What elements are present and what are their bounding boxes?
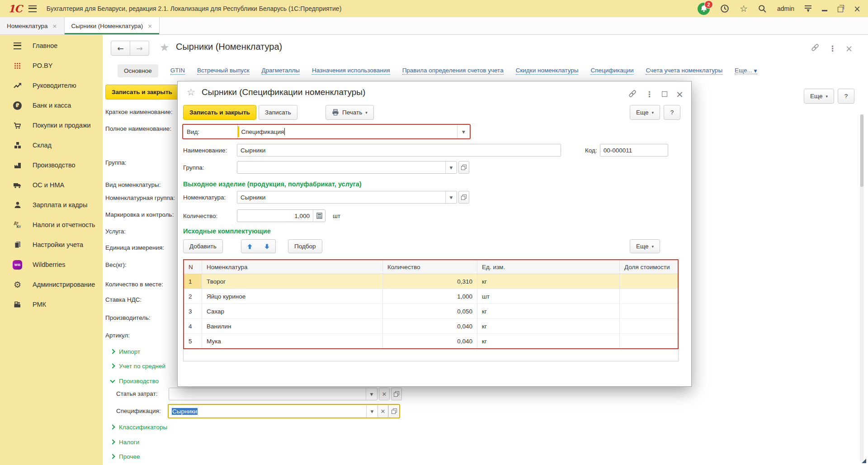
open-icon[interactable] xyxy=(388,405,399,418)
sidebar-item-os-nma[interactable]: ОС и НМА xyxy=(0,175,103,195)
get-link-icon[interactable] xyxy=(628,89,637,100)
col-n[interactable]: N xyxy=(184,260,202,274)
kind-field[interactable]: Вид: Спецификация ▾ xyxy=(182,124,471,139)
favorite-star-icon[interactable]: ☆ xyxy=(187,87,195,98)
expander-klassifikatory[interactable]: Классификаторы xyxy=(111,423,167,431)
more-actions-icon[interactable]: ⋮ xyxy=(646,90,653,99)
main-menu-icon[interactable] xyxy=(28,5,37,12)
nav-link-vstrechny-vypusk[interactable]: Встречный выпуск xyxy=(197,67,249,75)
nav-link-scheta-ucheta[interactable]: Счета учета номенклатуры xyxy=(646,67,722,75)
sidebar-item-administrirovanie[interactable]: ⚙ Администрирование xyxy=(0,275,103,294)
dialog-save-button[interactable]: Записать xyxy=(259,105,297,120)
nav-more-link[interactable]: Еще... ▼ xyxy=(735,67,757,74)
dropdown-icon[interactable]: ▾ xyxy=(445,161,457,173)
sidebar-item-sklad[interactable]: Склад xyxy=(0,135,103,155)
dialog-print-button[interactable]: Печать▾ xyxy=(326,105,374,120)
sidebar-item-poby[interactable]: PO.BY xyxy=(0,56,103,76)
pick-button[interactable]: Подбор xyxy=(288,239,322,253)
table-row[interactable]: 1 Творог 0,310 кг xyxy=(184,274,678,289)
back-button[interactable]: ← xyxy=(111,41,130,56)
expander-uchet-po-srednei[interactable]: Учет по средней xyxy=(111,362,165,370)
page-help-button[interactable]: ? xyxy=(838,89,854,104)
name-input[interactable]: Сырники xyxy=(237,144,561,157)
more-actions-icon[interactable]: ⋮ xyxy=(829,44,836,53)
tab-close-icon[interactable]: × xyxy=(147,23,152,29)
open-icon[interactable] xyxy=(458,191,469,204)
dropdown-icon[interactable]: ▾ xyxy=(445,191,457,203)
specification-input[interactable]: Сырники ▾ xyxy=(169,405,377,418)
history-icon[interactable] xyxy=(720,4,729,13)
dropdown-icon[interactable]: ▾ xyxy=(366,388,377,400)
favorites-star-icon[interactable]: ☆ xyxy=(740,3,748,14)
dialog-help-button[interactable]: ? xyxy=(664,105,680,120)
table-row[interactable]: 3 Сахар 0,050 кг xyxy=(184,304,678,319)
open-icon[interactable] xyxy=(458,161,469,174)
sidebar-item-proizvodstvo[interactable]: Производство xyxy=(0,155,103,175)
tab-close-icon[interactable]: × xyxy=(52,23,57,29)
calculator-icon[interactable] xyxy=(313,210,325,222)
vertical-scrollbar[interactable] xyxy=(860,114,864,461)
clear-icon[interactable]: ✕ xyxy=(377,405,388,418)
expander-proizvodstvo[interactable]: Производство xyxy=(111,377,159,385)
table-row[interactable]: 2 Яйцо куриное 1,000 шт xyxy=(184,289,678,304)
expander-nalogi[interactable]: Налоги xyxy=(111,438,139,446)
expander-import[interactable]: Импорт xyxy=(111,347,140,356)
nav-link-specifikacii[interactable]: Спецификации xyxy=(590,67,633,75)
components-table[interactable]: N Номенклатура Количество Ед. изм. Доля … xyxy=(183,259,679,361)
table-row[interactable]: 4 Ванилин 0,040 кг xyxy=(184,319,678,334)
close-dialog-icon[interactable]: × xyxy=(676,89,684,100)
code-input[interactable]: 00-000011 xyxy=(600,144,668,157)
sidebar-item-rukovoditelyu[interactable]: Руководителю xyxy=(0,76,103,95)
col-quantity[interactable]: Количество xyxy=(383,260,477,274)
dialog-save-close-button[interactable]: Записать и закрыть xyxy=(183,105,256,120)
resize-grip[interactable] xyxy=(862,459,866,463)
clear-icon[interactable]: ✕ xyxy=(379,388,390,400)
close-button[interactable]: × xyxy=(854,5,861,13)
save-close-button-background[interactable]: Записать и закрыть xyxy=(105,85,184,100)
sidebar-item-wildberries[interactable]: WB Wildberries xyxy=(0,255,103,275)
add-row-button[interactable]: Добавить xyxy=(183,239,223,253)
table-row[interactable]: 5 Мука 0,040 кг xyxy=(184,334,678,348)
close-form-icon[interactable]: × xyxy=(845,43,853,53)
scrollbar-thumb[interactable] xyxy=(860,114,863,187)
forward-button[interactable]: → xyxy=(130,41,149,56)
nomenclature-input[interactable]: Сырники▾ xyxy=(237,191,457,204)
tab-syrniki[interactable]: Сырники (Номенклатура) × xyxy=(65,17,160,34)
expander-prochee[interactable]: Прочее xyxy=(111,452,140,460)
favorite-star-icon[interactable]: ★ xyxy=(160,41,170,54)
sidebar-item-nalogi[interactable]: ДтКт Налоги и отчетность xyxy=(0,215,103,235)
service-menu-icon[interactable]: ▼ xyxy=(805,5,811,12)
notifications-bell-icon[interactable]: 2 xyxy=(698,3,710,15)
nav-link-gtin[interactable]: GTIN xyxy=(170,67,185,75)
nav-link-pravila-schetov[interactable]: Правила определения счетов учета xyxy=(402,67,504,75)
nav-link-skidki[interactable]: Скидки номенклатуры xyxy=(516,67,579,75)
open-icon[interactable] xyxy=(391,388,402,400)
move-down-button[interactable] xyxy=(258,239,276,253)
sidebar-item-rmk[interactable]: РМК xyxy=(0,294,103,314)
sidebar-item-pokupki-prodazhi[interactable]: Покупки и продажи xyxy=(0,115,103,135)
nav-link-dragmetally[interactable]: Драгметаллы xyxy=(262,67,300,75)
group-input[interactable]: ▾ xyxy=(237,161,457,174)
col-nomenclature[interactable]: Номенклатура xyxy=(202,260,383,274)
minimize-button[interactable] xyxy=(822,6,827,11)
cost-item-input[interactable]: ▾ xyxy=(169,388,377,400)
dialog-more-button[interactable]: Еще▾ xyxy=(630,105,660,120)
quantity-input[interactable]: 1,000 xyxy=(237,209,326,222)
sidebar-item-bank-kassa[interactable]: ₽ Банк и касса xyxy=(0,95,103,115)
dropdown-icon[interactable]: ▾ xyxy=(366,405,377,418)
get-link-icon[interactable] xyxy=(811,43,820,53)
sidebar-item-glavnoe[interactable]: Главное xyxy=(0,36,103,56)
current-user[interactable]: admin xyxy=(777,5,794,12)
tab-nomenклатура[interactable]: Номенклатура × xyxy=(0,17,65,34)
sidebar-item-nastroiki-ucheta[interactable]: Настройки учета xyxy=(0,235,103,255)
maximize-icon[interactable] xyxy=(662,91,667,97)
search-icon[interactable] xyxy=(758,5,767,13)
col-share[interactable]: Доля стоимости xyxy=(620,260,678,274)
page-more-button[interactable]: Еще▾ xyxy=(804,89,834,104)
move-up-button[interactable] xyxy=(241,239,259,253)
nav-tab-osnovnoe[interactable]: Основное xyxy=(118,64,158,77)
sidebar-item-zarplata-kadry[interactable]: Зарплата и кадры xyxy=(0,195,103,215)
dropdown-icon[interactable]: ▾ xyxy=(457,125,470,138)
nav-link-naznacheniya[interactable]: Назначения использования xyxy=(312,67,390,75)
col-unit[interactable]: Ед. изм. xyxy=(477,260,620,274)
